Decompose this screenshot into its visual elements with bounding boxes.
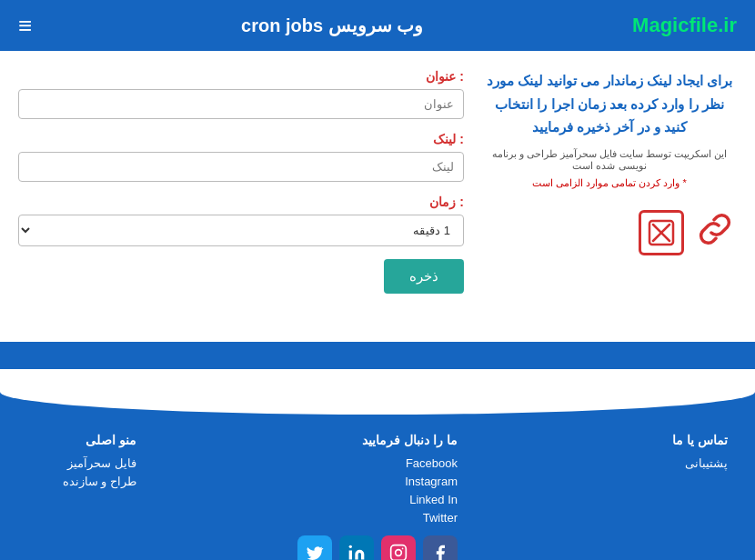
script-note: این اسکریپت توسط سایت فایل سحرآمیز طراحی…: [482, 148, 737, 172]
footer-columns: منو اصلی فایل سحرآمیز طراح و سازنده ما ر…: [27, 433, 728, 560]
form-panel: : عنوان : لینک : زمان 1 دقیقه 5 دقیقه 10…: [18, 69, 464, 324]
time-select[interactable]: 1 دقیقه 5 دقیقه 10 دقیقه 30 دقیقه 1 ساعت: [18, 215, 464, 246]
footer-link-files[interactable]: فایل سحرآمیز: [27, 456, 136, 470]
left-panel: برای ایجاد لینک زماندار می توانید لینک م…: [482, 69, 737, 324]
link-label: : لینک: [18, 132, 464, 146]
instagram-button[interactable]: [381, 535, 416, 560]
footer-link-twitter[interactable]: Twitter: [297, 511, 458, 525]
header: Magicfile.ir وب سرویس cron jobs ≡: [0, 0, 755, 51]
svg-point-5: [396, 550, 402, 556]
facebook-button[interactable]: [423, 535, 458, 560]
instruction-text: برای ایجاد لینک زماندار می توانید لینک م…: [482, 69, 737, 139]
save-button[interactable]: ذخره: [384, 259, 464, 294]
footer-link-instagram[interactable]: Instagram: [297, 475, 458, 488]
broken-link-icon: [639, 210, 684, 255]
main-content: برای ایجاد لینک زماندار می توانید لینک م…: [0, 51, 755, 342]
footer-col-follow: ما را دنبال فرمایید Facebook Instagram L…: [297, 433, 458, 560]
footer-contact-title: تماس یا ما: [619, 433, 728, 447]
time-label: : زمان: [18, 195, 464, 209]
footer-curve: [0, 369, 755, 415]
menu-icon[interactable]: ≡: [18, 12, 32, 40]
footer-col-menu: منو اصلی فایل سحرآمیز طراح و سازنده: [27, 433, 136, 493]
required-note: * وارد کردن تمامی موارد الزامی است: [482, 177, 737, 189]
title-group: : عنوان: [18, 69, 464, 119]
footer-col-contact: تماس یا ما پشتیبانی: [619, 433, 728, 475]
twitter-button[interactable]: [297, 535, 332, 560]
footer-link-designer[interactable]: طراح و سازنده: [27, 475, 136, 488]
chain-icon: [693, 207, 737, 259]
icons-row: [482, 198, 737, 268]
social-buttons: [297, 535, 458, 560]
footer-link-facebook[interactable]: Facebook: [297, 456, 458, 470]
svg-rect-4: [391, 545, 407, 560]
link-input[interactable]: [18, 152, 464, 182]
svg-point-6: [402, 548, 404, 550]
footer-link-linkedin[interactable]: Linked In: [297, 493, 458, 506]
link-group: : لینک: [18, 132, 464, 182]
time-group: : زمان 1 دقیقه 5 دقیقه 10 دقیقه 30 دقیقه…: [18, 195, 464, 246]
footer-link-support[interactable]: پشتیبانی: [619, 456, 728, 470]
footer: منو اصلی فایل سحرآمیز طراح و سازنده ما ر…: [0, 342, 755, 560]
svg-point-3: [349, 545, 352, 548]
footer-menu-title: منو اصلی: [27, 433, 136, 447]
linkedin-button[interactable]: [339, 535, 374, 560]
logo: Magicfile.ir: [632, 14, 737, 37]
page-title: وب سرویس cron jobs: [241, 15, 423, 36]
title-label: : عنوان: [18, 69, 464, 84]
title-input[interactable]: [18, 89, 464, 119]
footer-follow-title: ما را دنبال فرمایید: [297, 433, 458, 447]
